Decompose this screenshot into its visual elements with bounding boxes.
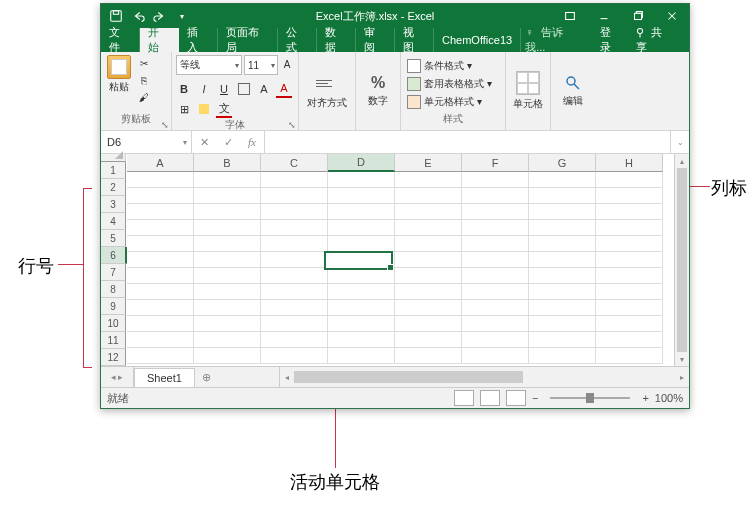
cell[interactable] <box>596 220 663 236</box>
row-header[interactable]: 8 <box>101 281 126 298</box>
cell[interactable] <box>328 220 395 236</box>
borders-icon[interactable]: ⊞ <box>176 101 192 117</box>
format-painter-icon[interactable]: 🖌 <box>135 89 153 105</box>
cell[interactable] <box>462 252 529 268</box>
row-header[interactable]: 12 <box>101 349 126 366</box>
paste-button[interactable]: 粘贴 <box>105 55 133 105</box>
column-header[interactable]: B <box>194 154 261 172</box>
scroll-down-icon[interactable]: ▾ <box>675 352 689 366</box>
tab-insert[interactable]: 插入 <box>179 28 218 52</box>
cell[interactable] <box>194 332 261 348</box>
qat-dropdown-icon[interactable]: ▾ <box>173 7 191 25</box>
cell[interactable] <box>127 268 194 284</box>
find-icon[interactable] <box>564 74 582 92</box>
cell[interactable] <box>395 204 462 220</box>
tab-page-layout[interactable]: 页面布局 <box>218 28 279 52</box>
cell[interactable] <box>596 284 663 300</box>
cell[interactable] <box>395 284 462 300</box>
vscroll-thumb[interactable] <box>677 168 687 352</box>
row-header[interactable]: 1 <box>101 162 126 179</box>
cell[interactable] <box>395 172 462 188</box>
row-header[interactable]: 7 <box>101 264 126 281</box>
row-header[interactable]: 3 <box>101 196 126 213</box>
normal-view-icon[interactable] <box>454 390 474 406</box>
name-box[interactable]: D6 <box>101 131 192 153</box>
cell[interactable] <box>328 332 395 348</box>
format-as-table-button[interactable]: 套用表格格式 ▾ <box>407 76 492 92</box>
cell[interactable] <box>127 188 194 204</box>
cell[interactable] <box>127 348 194 364</box>
cell[interactable] <box>328 348 395 364</box>
horizontal-scrollbar[interactable]: ◂ ▸ <box>279 367 689 387</box>
undo-icon[interactable] <box>129 7 147 25</box>
tab-file[interactable]: 文件 <box>101 28 140 52</box>
sheet-nav-buttons[interactable]: ◂ ▸ <box>101 367 134 387</box>
select-all-corner[interactable] <box>101 154 126 162</box>
cell[interactable] <box>194 188 261 204</box>
font-color-icon[interactable]: A <box>276 80 292 98</box>
cell[interactable] <box>529 204 596 220</box>
cell[interactable] <box>596 300 663 316</box>
add-sheet-icon[interactable]: ⊕ <box>195 367 219 387</box>
cell[interactable] <box>194 300 261 316</box>
cells-label[interactable]: 单元格 <box>513 97 543 111</box>
scroll-left-icon[interactable]: ◂ <box>280 373 294 382</box>
cell[interactable] <box>596 252 663 268</box>
cell[interactable] <box>462 204 529 220</box>
row-header[interactable]: 2 <box>101 179 126 196</box>
tab-review[interactable]: 审阅 <box>356 28 395 52</box>
border-icon[interactable] <box>236 81 252 97</box>
cell[interactable] <box>127 316 194 332</box>
column-header[interactable]: A <box>127 154 194 172</box>
tab-formulas[interactable]: 公式 <box>278 28 317 52</box>
cell[interactable] <box>127 220 194 236</box>
cancel-formula-icon[interactable]: ✕ <box>192 136 216 149</box>
editing-label[interactable]: 编辑 <box>563 94 583 108</box>
row-header[interactable]: 5 <box>101 230 126 247</box>
italic-button[interactable]: I <box>196 81 212 97</box>
column-header[interactable]: C <box>261 154 328 172</box>
cell[interactable] <box>596 172 663 188</box>
cell[interactable] <box>127 236 194 252</box>
align-icon[interactable] <box>316 72 338 94</box>
cell[interactable] <box>395 300 462 316</box>
cell[interactable] <box>261 172 328 188</box>
bold-button[interactable]: B <box>176 81 192 97</box>
cell[interactable] <box>261 300 328 316</box>
cell[interactable] <box>529 300 596 316</box>
cell[interactable] <box>395 252 462 268</box>
cell[interactable] <box>395 332 462 348</box>
cell[interactable] <box>596 316 663 332</box>
cell[interactable] <box>127 172 194 188</box>
cut-icon[interactable]: ✂ <box>135 55 153 71</box>
row-header[interactable]: 11 <box>101 332 126 349</box>
vertical-scrollbar[interactable]: ▴ ▾ <box>674 154 689 366</box>
share-button[interactable]: ⚲ 共享 <box>632 25 681 55</box>
fill-icon[interactable] <box>196 101 212 117</box>
cell[interactable] <box>596 268 663 284</box>
expand-formula-bar-icon[interactable]: ⌄ <box>670 131 689 153</box>
row-header[interactable]: 10 <box>101 315 126 332</box>
scroll-right-icon[interactable]: ▸ <box>675 373 689 382</box>
cell[interactable] <box>127 284 194 300</box>
cell[interactable] <box>261 348 328 364</box>
cell[interactable] <box>261 332 328 348</box>
cell[interactable] <box>328 284 395 300</box>
number-label[interactable]: 数字 <box>368 94 388 108</box>
cell[interactable] <box>194 220 261 236</box>
cell[interactable] <box>194 348 261 364</box>
cell[interactable] <box>261 188 328 204</box>
cell[interactable] <box>529 172 596 188</box>
cell[interactable] <box>395 348 462 364</box>
cell[interactable] <box>261 252 328 268</box>
hscroll-thumb[interactable] <box>294 371 523 383</box>
cell[interactable] <box>261 204 328 220</box>
cell[interactable] <box>194 236 261 252</box>
clipboard-launcher-icon[interactable]: ⤡ <box>161 120 169 130</box>
cell[interactable] <box>395 220 462 236</box>
cell[interactable] <box>596 204 663 220</box>
cell[interactable] <box>462 236 529 252</box>
page-layout-view-icon[interactable] <box>480 390 500 406</box>
conditional-formatting-button[interactable]: 条件格式 ▾ <box>407 58 472 74</box>
cell[interactable] <box>596 348 663 364</box>
